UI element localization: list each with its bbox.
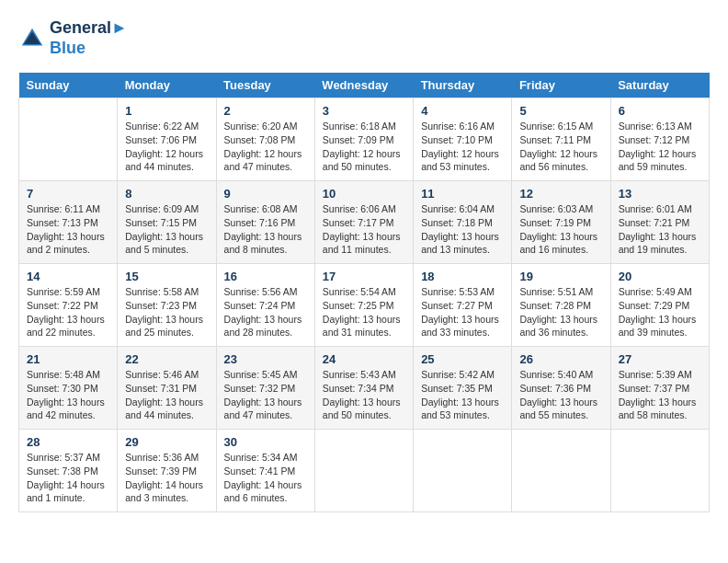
calendar-day-cell: 13Sunrise: 6:01 AM Sunset: 7:21 PM Dayli… xyxy=(610,181,709,264)
calendar-week-row: 1Sunrise: 6:22 AM Sunset: 7:06 PM Daylig… xyxy=(19,98,710,181)
calendar-day-cell: 29Sunrise: 5:36 AM Sunset: 7:39 PM Dayli… xyxy=(118,430,216,512)
calendar-day-cell: 28Sunrise: 5:37 AM Sunset: 7:38 PM Dayli… xyxy=(19,430,118,512)
day-number: 14 xyxy=(27,270,109,283)
calendar-day-cell xyxy=(610,430,709,512)
calendar-day-cell: 18Sunrise: 5:53 AM Sunset: 7:27 PM Dayli… xyxy=(414,264,512,347)
day-number: 26 xyxy=(519,352,602,366)
day-info: Sunrise: 5:49 AM Sunset: 7:29 PM Dayligh… xyxy=(619,285,701,339)
day-number: 13 xyxy=(619,187,701,201)
calendar-day-cell: 21Sunrise: 5:48 AM Sunset: 7:30 PM Dayli… xyxy=(19,347,118,430)
day-number: 8 xyxy=(125,187,208,201)
calendar-day-cell: 6Sunrise: 6:13 AM Sunset: 7:12 PM Daylig… xyxy=(610,98,709,181)
day-number: 15 xyxy=(125,270,208,283)
calendar-body: 1Sunrise: 6:22 AM Sunset: 7:06 PM Daylig… xyxy=(19,98,710,512)
day-info: Sunrise: 6:06 AM Sunset: 7:17 PM Dayligh… xyxy=(323,202,405,257)
page-header: General► Blue xyxy=(18,18,710,58)
day-info: Sunrise: 6:16 AM Sunset: 7:10 PM Dayligh… xyxy=(421,120,504,174)
day-info: Sunrise: 6:09 AM Sunset: 7:15 PM Dayligh… xyxy=(125,202,208,257)
day-info: Sunrise: 5:34 AM Sunset: 7:41 PM Dayligh… xyxy=(224,451,307,505)
calendar-day-cell: 17Sunrise: 5:54 AM Sunset: 7:25 PM Dayli… xyxy=(314,264,413,347)
weekday-header-cell: Friday xyxy=(512,73,610,98)
day-info: Sunrise: 5:51 AM Sunset: 7:28 PM Dayligh… xyxy=(519,285,602,339)
day-info: Sunrise: 6:08 AM Sunset: 7:16 PM Dayligh… xyxy=(224,202,307,257)
day-number: 9 xyxy=(224,187,307,201)
day-number: 17 xyxy=(323,270,405,283)
calendar-day-cell: 9Sunrise: 6:08 AM Sunset: 7:16 PM Daylig… xyxy=(216,181,314,264)
calendar-day-cell: 1Sunrise: 6:22 AM Sunset: 7:06 PM Daylig… xyxy=(118,98,216,181)
day-number: 20 xyxy=(619,270,701,283)
day-number: 21 xyxy=(27,352,109,366)
day-info: Sunrise: 6:03 AM Sunset: 7:19 PM Dayligh… xyxy=(519,202,602,257)
calendar-week-row: 7Sunrise: 6:11 AM Sunset: 7:13 PM Daylig… xyxy=(19,181,710,264)
day-info: Sunrise: 6:13 AM Sunset: 7:12 PM Dayligh… xyxy=(619,120,701,174)
calendar-day-cell: 11Sunrise: 6:04 AM Sunset: 7:18 PM Dayli… xyxy=(414,181,512,264)
day-info: Sunrise: 5:45 AM Sunset: 7:32 PM Dayligh… xyxy=(224,368,307,422)
day-number: 12 xyxy=(519,187,602,201)
day-number: 5 xyxy=(519,104,602,118)
day-number: 19 xyxy=(519,270,602,283)
calendar-day-cell: 5Sunrise: 6:15 AM Sunset: 7:11 PM Daylig… xyxy=(512,98,610,181)
calendar-day-cell: 12Sunrise: 6:03 AM Sunset: 7:19 PM Dayli… xyxy=(512,181,610,264)
day-number: 2 xyxy=(224,104,307,118)
day-info: Sunrise: 5:46 AM Sunset: 7:31 PM Dayligh… xyxy=(125,368,208,422)
day-info: Sunrise: 6:01 AM Sunset: 7:21 PM Dayligh… xyxy=(619,202,701,257)
calendar-day-cell xyxy=(19,98,118,181)
day-info: Sunrise: 5:36 AM Sunset: 7:39 PM Dayligh… xyxy=(125,451,208,505)
day-number: 7 xyxy=(27,187,109,201)
day-info: Sunrise: 5:42 AM Sunset: 7:35 PM Dayligh… xyxy=(421,368,504,422)
calendar-week-row: 28Sunrise: 5:37 AM Sunset: 7:38 PM Dayli… xyxy=(19,430,710,512)
day-info: Sunrise: 6:11 AM Sunset: 7:13 PM Dayligh… xyxy=(27,202,109,257)
calendar-week-row: 14Sunrise: 5:59 AM Sunset: 7:22 PM Dayli… xyxy=(19,264,710,347)
day-info: Sunrise: 6:22 AM Sunset: 7:06 PM Dayligh… xyxy=(125,120,208,174)
calendar-week-row: 21Sunrise: 5:48 AM Sunset: 7:30 PM Dayli… xyxy=(19,347,710,430)
weekday-header-row: SundayMondayTuesdayWednesdayThursdayFrid… xyxy=(19,73,710,98)
day-number: 27 xyxy=(619,352,701,366)
day-number: 28 xyxy=(27,435,109,449)
day-info: Sunrise: 5:58 AM Sunset: 7:23 PM Dayligh… xyxy=(125,285,208,339)
day-info: Sunrise: 5:53 AM Sunset: 7:27 PM Dayligh… xyxy=(421,285,504,339)
day-number: 1 xyxy=(125,104,208,118)
day-info: Sunrise: 6:20 AM Sunset: 7:08 PM Dayligh… xyxy=(224,120,307,174)
calendar-day-cell xyxy=(314,430,413,512)
calendar-day-cell: 23Sunrise: 5:45 AM Sunset: 7:32 PM Dayli… xyxy=(216,347,314,430)
weekday-header-cell: Wednesday xyxy=(314,73,413,98)
calendar-day-cell: 7Sunrise: 6:11 AM Sunset: 7:13 PM Daylig… xyxy=(19,181,118,264)
calendar-day-cell: 3Sunrise: 6:18 AM Sunset: 7:09 PM Daylig… xyxy=(314,98,413,181)
logo-text: General► Blue xyxy=(50,18,128,58)
day-number: 30 xyxy=(224,435,307,449)
day-info: Sunrise: 5:48 AM Sunset: 7:30 PM Dayligh… xyxy=(27,368,109,422)
calendar-day-cell: 25Sunrise: 5:42 AM Sunset: 7:35 PM Dayli… xyxy=(414,347,512,430)
day-info: Sunrise: 5:56 AM Sunset: 7:24 PM Dayligh… xyxy=(224,285,307,339)
logo: General► Blue xyxy=(18,18,128,58)
day-number: 23 xyxy=(224,352,307,366)
weekday-header-cell: Monday xyxy=(118,73,216,98)
day-info: Sunrise: 5:40 AM Sunset: 7:36 PM Dayligh… xyxy=(519,368,602,422)
day-number: 29 xyxy=(125,435,208,449)
calendar-day-cell: 8Sunrise: 6:09 AM Sunset: 7:15 PM Daylig… xyxy=(118,181,216,264)
calendar-day-cell: 19Sunrise: 5:51 AM Sunset: 7:28 PM Dayli… xyxy=(512,264,610,347)
logo-icon xyxy=(18,25,46,52)
day-number: 25 xyxy=(421,352,504,366)
day-info: Sunrise: 5:54 AM Sunset: 7:25 PM Dayligh… xyxy=(323,285,405,339)
calendar-day-cell: 2Sunrise: 6:20 AM Sunset: 7:08 PM Daylig… xyxy=(216,98,314,181)
calendar-day-cell: 4Sunrise: 6:16 AM Sunset: 7:10 PM Daylig… xyxy=(414,98,512,181)
day-info: Sunrise: 5:59 AM Sunset: 7:22 PM Dayligh… xyxy=(27,285,109,339)
calendar-day-cell: 22Sunrise: 5:46 AM Sunset: 7:31 PM Dayli… xyxy=(118,347,216,430)
weekday-header-cell: Saturday xyxy=(610,73,709,98)
day-info: Sunrise: 5:43 AM Sunset: 7:34 PM Dayligh… xyxy=(323,368,405,422)
calendar-table: SundayMondayTuesdayWednesdayThursdayFrid… xyxy=(18,73,710,512)
day-number: 11 xyxy=(421,187,504,201)
calendar-day-cell: 20Sunrise: 5:49 AM Sunset: 7:29 PM Dayli… xyxy=(610,264,709,347)
calendar-day-cell: 27Sunrise: 5:39 AM Sunset: 7:37 PM Dayli… xyxy=(610,347,709,430)
calendar-day-cell xyxy=(414,430,512,512)
calendar-day-cell: 10Sunrise: 6:06 AM Sunset: 7:17 PM Dayli… xyxy=(314,181,413,264)
calendar-day-cell: 26Sunrise: 5:40 AM Sunset: 7:36 PM Dayli… xyxy=(512,347,610,430)
calendar-day-cell: 16Sunrise: 5:56 AM Sunset: 7:24 PM Dayli… xyxy=(216,264,314,347)
day-info: Sunrise: 5:37 AM Sunset: 7:38 PM Dayligh… xyxy=(27,451,109,505)
day-number: 24 xyxy=(323,352,405,366)
day-number: 4 xyxy=(421,104,504,118)
day-info: Sunrise: 6:18 AM Sunset: 7:09 PM Dayligh… xyxy=(323,120,405,174)
weekday-header-cell: Tuesday xyxy=(216,73,314,98)
day-info: Sunrise: 6:15 AM Sunset: 7:11 PM Dayligh… xyxy=(519,120,602,174)
day-number: 10 xyxy=(323,187,405,201)
